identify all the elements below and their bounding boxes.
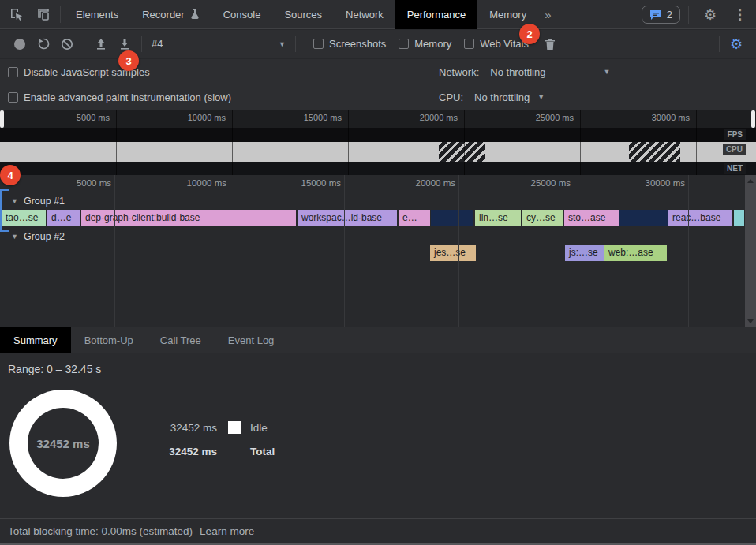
clear-icon[interactable] [55, 34, 79, 54]
cpu-throttle-label: CPU: [439, 91, 463, 103]
settings-gear-icon[interactable]: ⚙ [697, 4, 724, 26]
load-profile-icon[interactable] [89, 34, 113, 54]
learn-more-link[interactable]: Learn more [200, 525, 254, 537]
ruler-tick-label: 25000 ms [511, 178, 571, 188]
experimental-flask-icon [190, 9, 200, 20]
selection-bracket [0, 189, 7, 232]
capture-settings-gear-icon[interactable]: ⚙ [724, 34, 748, 54]
record-icon [14, 39, 25, 50]
tab-call-tree[interactable]: Call Tree [147, 327, 215, 353]
console-drawer-badge[interactable]: 2 [642, 6, 680, 24]
tbt-text: Total blocking time: 0.00ms (estimated) [8, 525, 193, 537]
network-throttle-select[interactable]: No throttling ▼ [490, 66, 610, 78]
checkbox-icon [399, 39, 409, 49]
ruler-tick [230, 175, 230, 327]
flame-bar[interactable]: web:…ase [604, 245, 667, 261]
flame-chart[interactable]: ▼ Group #1 tao…sed…edep-graph-client:bui… [0, 175, 756, 327]
tab-performance[interactable]: Performance [395, 0, 477, 29]
advanced-paint-checkbox[interactable]: Enable advanced paint instrumentation (s… [8, 91, 231, 103]
checkbox-icon [464, 39, 474, 49]
group-1-header[interactable]: ▼ Group #1 [11, 196, 65, 207]
scroll-down-icon[interactable] [747, 319, 754, 323]
record-button[interactable] [8, 34, 32, 54]
ruler-tick [344, 175, 345, 327]
tab-bottom-up[interactable]: Bottom-Up [71, 327, 147, 353]
ruler-tick-label: 30000 ms [625, 178, 685, 188]
message-bubble-icon [649, 9, 662, 21]
flame-bar[interactable] [734, 210, 744, 226]
flame-bar[interactable] [431, 210, 473, 226]
cpu-lane-label: CPU [723, 144, 746, 155]
screenshots-checkbox[interactable]: Screenshots [313, 38, 386, 50]
spacer-swatch [228, 445, 241, 457]
ruler-tick [116, 110, 117, 175]
scroll-up-icon[interactable] [747, 179, 754, 183]
cpu-activity-band [0, 142, 756, 162]
activity-donut-chart: 32452 ms [9, 390, 117, 497]
tab-event-log[interactable]: Event Log [215, 327, 288, 353]
drawer-message-count: 2 [667, 9, 672, 21]
cpu-busy-hatch [629, 142, 680, 162]
donut-legend: 32452 ms Idle 32452 ms Total [162, 421, 275, 468]
group-2-header[interactable]: ▼ Group #2 [11, 231, 65, 242]
flame-scrollbar[interactable] [745, 175, 756, 327]
overview-right-handle[interactable] [751, 110, 755, 128]
checkbox-icon [8, 92, 18, 103]
ruler-tick-label: 5000 ms [53, 113, 110, 122]
web-vitals-checkbox[interactable]: Web Vitals [464, 38, 529, 50]
tab-sources[interactable]: Sources [272, 0, 334, 29]
divider [719, 36, 720, 52]
reload-and-record-button[interactable] [32, 34, 55, 54]
ruler-tick-label: 30000 ms [633, 113, 690, 122]
device-toolbar-icon[interactable] [30, 3, 57, 25]
cpu-throttle-select[interactable]: No throttling ▼ [474, 91, 545, 103]
ruler-tick-label: 20000 ms [401, 113, 458, 122]
legend-row-total: 32452 ms Total [162, 445, 275, 457]
tab-recorder[interactable]: Recorder [130, 0, 211, 29]
legend-row-idle: 32452 ms Idle [162, 421, 275, 434]
flame-bar[interactable]: e… [399, 210, 430, 226]
ruler-tick-label: 5000 ms [51, 178, 111, 188]
fps-lane-label: FPS [724, 129, 746, 140]
flame-bar[interactable]: workspac…ld-base [298, 210, 397, 226]
divider [84, 36, 84, 52]
step-badge-4: 4 [0, 165, 21, 185]
flame-bar[interactable]: d…e [47, 210, 80, 226]
timeline-overview[interactable]: FPS CPU NET 5000 ms10000 ms15000 ms20000… [0, 110, 756, 175]
ruler-tick [232, 110, 233, 175]
overview-left-handle[interactable] [0, 110, 4, 128]
flame-bar[interactable]: lin…se [475, 210, 521, 226]
customize-menu-icon[interactable]: ⋮ [728, 6, 751, 23]
overview-fps-lane [0, 128, 756, 142]
flame-bar[interactable]: dep-graph-client:build-base [81, 210, 296, 226]
ruler-tick [580, 110, 581, 175]
tab-summary[interactable]: Summary [0, 327, 71, 353]
flame-bar[interactable]: jes…se [430, 245, 476, 261]
tab-console[interactable]: Console [211, 0, 273, 29]
memory-checkbox[interactable]: Memory [399, 38, 451, 50]
divider [688, 6, 689, 24]
settings-row-1: Disable JavaScript samples Network: No t… [0, 59, 756, 84]
devtools-window: Elements Recorder Console Sources Networ… [0, 0, 756, 545]
devtools-tabbar: Elements Recorder Console Sources Networ… [0, 0, 756, 29]
step-badge-3: 3 [118, 50, 139, 71]
trash-icon[interactable] [538, 34, 562, 54]
checkbox-icon [8, 67, 18, 77]
flame-bar[interactable]: js:…se [565, 245, 604, 261]
tab-elements[interactable]: Elements [64, 0, 130, 29]
history-dropdown[interactable]: #4 ▼ [147, 38, 290, 50]
flame-bar[interactable]: tao…se [2, 210, 46, 226]
more-tabs-icon[interactable]: » [538, 8, 557, 21]
tab-network[interactable]: Network [334, 0, 395, 29]
ruler-tick [114, 175, 115, 327]
flame-bar[interactable]: cy…se [522, 210, 563, 226]
divider [60, 6, 61, 23]
flame-bar[interactable] [619, 210, 668, 226]
inspect-element-icon[interactable] [3, 3, 30, 25]
flame-bar[interactable]: reac…base [668, 210, 732, 226]
flame-bar[interactable]: sto…ase [564, 210, 619, 226]
divider [141, 36, 142, 52]
chevron-down-icon: ▼ [603, 68, 610, 76]
ruler-tick [458, 175, 459, 327]
detail-tabs: Summary Bottom-Up Call Tree Event Log [0, 327, 756, 353]
